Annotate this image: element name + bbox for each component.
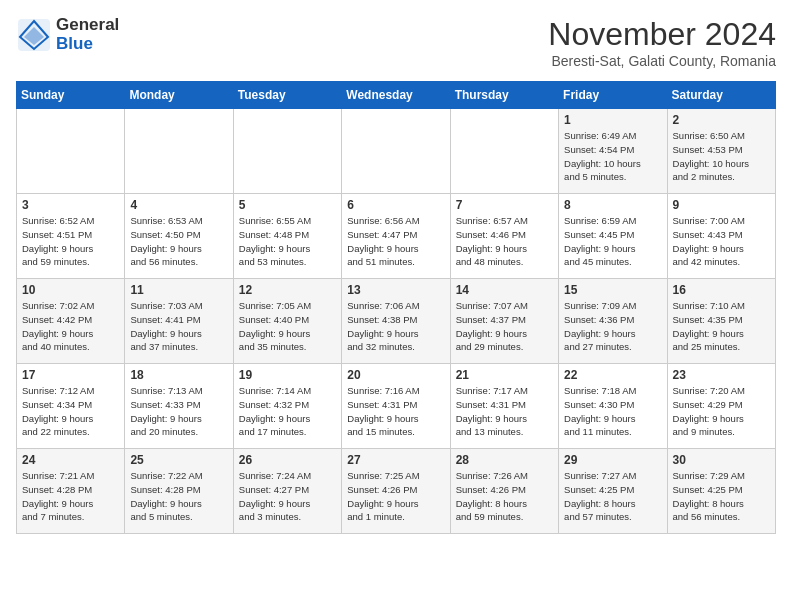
calendar-week-row: 3Sunrise: 6:52 AM Sunset: 4:51 PM Daylig… (17, 194, 776, 279)
day-number: 23 (673, 368, 770, 382)
calendar-cell: 16Sunrise: 7:10 AM Sunset: 4:35 PM Dayli… (667, 279, 775, 364)
day-info: Sunrise: 7:26 AM Sunset: 4:26 PM Dayligh… (456, 469, 553, 524)
calendar-cell: 17Sunrise: 7:12 AM Sunset: 4:34 PM Dayli… (17, 364, 125, 449)
calendar-cell: 23Sunrise: 7:20 AM Sunset: 4:29 PM Dayli… (667, 364, 775, 449)
calendar-cell: 21Sunrise: 7:17 AM Sunset: 4:31 PM Dayli… (450, 364, 558, 449)
day-number: 10 (22, 283, 119, 297)
calendar-cell: 14Sunrise: 7:07 AM Sunset: 4:37 PM Dayli… (450, 279, 558, 364)
calendar-day-header: Monday (125, 82, 233, 109)
calendar-cell (450, 109, 558, 194)
day-number: 30 (673, 453, 770, 467)
calendar-cell: 2Sunrise: 6:50 AM Sunset: 4:53 PM Daylig… (667, 109, 775, 194)
logo-text: General Blue (56, 16, 119, 53)
day-info: Sunrise: 7:24 AM Sunset: 4:27 PM Dayligh… (239, 469, 336, 524)
day-number: 27 (347, 453, 444, 467)
calendar-week-row: 10Sunrise: 7:02 AM Sunset: 4:42 PM Dayli… (17, 279, 776, 364)
calendar-cell: 29Sunrise: 7:27 AM Sunset: 4:25 PM Dayli… (559, 449, 667, 534)
day-info: Sunrise: 7:06 AM Sunset: 4:38 PM Dayligh… (347, 299, 444, 354)
logo-icon (16, 17, 52, 53)
day-info: Sunrise: 7:27 AM Sunset: 4:25 PM Dayligh… (564, 469, 661, 524)
day-number: 7 (456, 198, 553, 212)
calendar-day-header: Thursday (450, 82, 558, 109)
calendar-cell: 9Sunrise: 7:00 AM Sunset: 4:43 PM Daylig… (667, 194, 775, 279)
day-info: Sunrise: 6:50 AM Sunset: 4:53 PM Dayligh… (673, 129, 770, 184)
day-info: Sunrise: 7:22 AM Sunset: 4:28 PM Dayligh… (130, 469, 227, 524)
calendar-cell: 26Sunrise: 7:24 AM Sunset: 4:27 PM Dayli… (233, 449, 341, 534)
day-number: 14 (456, 283, 553, 297)
day-info: Sunrise: 7:14 AM Sunset: 4:32 PM Dayligh… (239, 384, 336, 439)
day-info: Sunrise: 7:12 AM Sunset: 4:34 PM Dayligh… (22, 384, 119, 439)
day-info: Sunrise: 6:52 AM Sunset: 4:51 PM Dayligh… (22, 214, 119, 269)
calendar-cell: 3Sunrise: 6:52 AM Sunset: 4:51 PM Daylig… (17, 194, 125, 279)
day-number: 16 (673, 283, 770, 297)
day-number: 2 (673, 113, 770, 127)
calendar-table: SundayMondayTuesdayWednesdayThursdayFrid… (16, 81, 776, 534)
calendar-cell: 22Sunrise: 7:18 AM Sunset: 4:30 PM Dayli… (559, 364, 667, 449)
day-info: Sunrise: 7:02 AM Sunset: 4:42 PM Dayligh… (22, 299, 119, 354)
day-info: Sunrise: 6:55 AM Sunset: 4:48 PM Dayligh… (239, 214, 336, 269)
logo: General Blue (16, 16, 119, 53)
calendar-day-header: Friday (559, 82, 667, 109)
day-info: Sunrise: 7:29 AM Sunset: 4:25 PM Dayligh… (673, 469, 770, 524)
day-number: 17 (22, 368, 119, 382)
day-info: Sunrise: 6:56 AM Sunset: 4:47 PM Dayligh… (347, 214, 444, 269)
calendar-header-row: SundayMondayTuesdayWednesdayThursdayFrid… (17, 82, 776, 109)
calendar-cell: 18Sunrise: 7:13 AM Sunset: 4:33 PM Dayli… (125, 364, 233, 449)
location-subtitle: Beresti-Sat, Galati County, Romania (548, 53, 776, 69)
title-area: November 2024 Beresti-Sat, Galati County… (548, 16, 776, 69)
calendar-cell: 12Sunrise: 7:05 AM Sunset: 4:40 PM Dayli… (233, 279, 341, 364)
calendar-cell: 27Sunrise: 7:25 AM Sunset: 4:26 PM Dayli… (342, 449, 450, 534)
day-info: Sunrise: 7:07 AM Sunset: 4:37 PM Dayligh… (456, 299, 553, 354)
calendar-cell: 30Sunrise: 7:29 AM Sunset: 4:25 PM Dayli… (667, 449, 775, 534)
calendar-cell: 4Sunrise: 6:53 AM Sunset: 4:50 PM Daylig… (125, 194, 233, 279)
day-number: 5 (239, 198, 336, 212)
day-info: Sunrise: 7:05 AM Sunset: 4:40 PM Dayligh… (239, 299, 336, 354)
calendar-cell: 7Sunrise: 6:57 AM Sunset: 4:46 PM Daylig… (450, 194, 558, 279)
day-number: 19 (239, 368, 336, 382)
day-info: Sunrise: 7:00 AM Sunset: 4:43 PM Dayligh… (673, 214, 770, 269)
calendar-cell: 15Sunrise: 7:09 AM Sunset: 4:36 PM Dayli… (559, 279, 667, 364)
day-info: Sunrise: 7:18 AM Sunset: 4:30 PM Dayligh… (564, 384, 661, 439)
calendar-week-row: 1Sunrise: 6:49 AM Sunset: 4:54 PM Daylig… (17, 109, 776, 194)
day-info: Sunrise: 7:25 AM Sunset: 4:26 PM Dayligh… (347, 469, 444, 524)
day-info: Sunrise: 6:59 AM Sunset: 4:45 PM Dayligh… (564, 214, 661, 269)
calendar-body: 1Sunrise: 6:49 AM Sunset: 4:54 PM Daylig… (17, 109, 776, 534)
day-number: 13 (347, 283, 444, 297)
day-info: Sunrise: 7:13 AM Sunset: 4:33 PM Dayligh… (130, 384, 227, 439)
day-info: Sunrise: 6:57 AM Sunset: 4:46 PM Dayligh… (456, 214, 553, 269)
day-info: Sunrise: 7:16 AM Sunset: 4:31 PM Dayligh… (347, 384, 444, 439)
calendar-cell (17, 109, 125, 194)
day-info: Sunrise: 6:53 AM Sunset: 4:50 PM Dayligh… (130, 214, 227, 269)
day-info: Sunrise: 7:21 AM Sunset: 4:28 PM Dayligh… (22, 469, 119, 524)
calendar-cell: 6Sunrise: 6:56 AM Sunset: 4:47 PM Daylig… (342, 194, 450, 279)
day-number: 9 (673, 198, 770, 212)
day-number: 11 (130, 283, 227, 297)
day-number: 3 (22, 198, 119, 212)
calendar-cell: 19Sunrise: 7:14 AM Sunset: 4:32 PM Dayli… (233, 364, 341, 449)
calendar-cell: 10Sunrise: 7:02 AM Sunset: 4:42 PM Dayli… (17, 279, 125, 364)
day-number: 6 (347, 198, 444, 212)
calendar-day-header: Saturday (667, 82, 775, 109)
calendar-cell: 1Sunrise: 6:49 AM Sunset: 4:54 PM Daylig… (559, 109, 667, 194)
day-info: Sunrise: 7:20 AM Sunset: 4:29 PM Dayligh… (673, 384, 770, 439)
month-title: November 2024 (548, 16, 776, 53)
day-info: Sunrise: 7:10 AM Sunset: 4:35 PM Dayligh… (673, 299, 770, 354)
calendar-cell: 11Sunrise: 7:03 AM Sunset: 4:41 PM Dayli… (125, 279, 233, 364)
day-number: 4 (130, 198, 227, 212)
calendar-cell: 20Sunrise: 7:16 AM Sunset: 4:31 PM Dayli… (342, 364, 450, 449)
day-number: 15 (564, 283, 661, 297)
day-number: 22 (564, 368, 661, 382)
header: General Blue November 2024 Beresti-Sat, … (16, 16, 776, 69)
day-number: 26 (239, 453, 336, 467)
calendar-cell (125, 109, 233, 194)
calendar-day-header: Tuesday (233, 82, 341, 109)
calendar-cell (233, 109, 341, 194)
calendar-day-header: Sunday (17, 82, 125, 109)
calendar-cell: 8Sunrise: 6:59 AM Sunset: 4:45 PM Daylig… (559, 194, 667, 279)
calendar-cell: 28Sunrise: 7:26 AM Sunset: 4:26 PM Dayli… (450, 449, 558, 534)
day-number: 24 (22, 453, 119, 467)
calendar-cell: 25Sunrise: 7:22 AM Sunset: 4:28 PM Dayli… (125, 449, 233, 534)
calendar-day-header: Wednesday (342, 82, 450, 109)
day-number: 12 (239, 283, 336, 297)
day-number: 8 (564, 198, 661, 212)
